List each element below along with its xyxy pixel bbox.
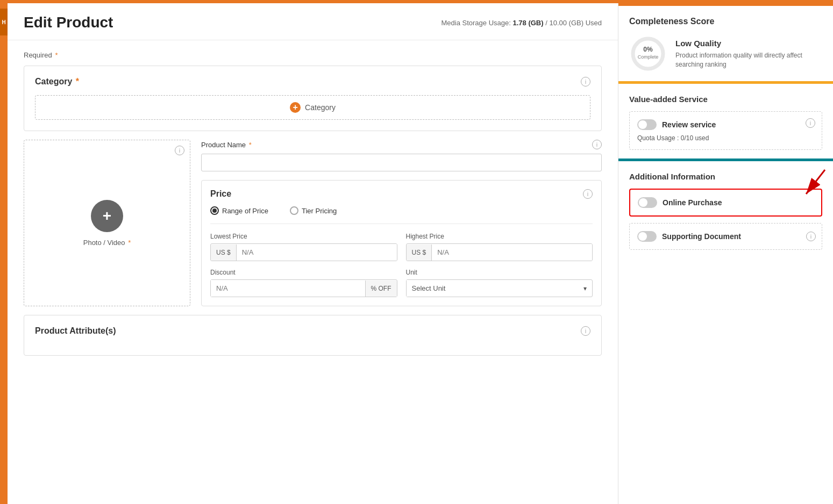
category-btn-label: Category — [305, 103, 336, 112]
product-section: i + Photo / Video * — [24, 140, 602, 306]
tier-pricing-label: Tier Pricing — [302, 207, 337, 215]
supporting-doc-info-icon[interactable]: i — [806, 232, 816, 241]
photo-label: Photo / Video * — [83, 239, 131, 247]
discount-unit-row: Discount % OFF Unit Select — [210, 269, 593, 297]
online-purchase-name: Online Purchase — [663, 198, 722, 207]
highest-currency-prefix: US $ — [407, 244, 432, 261]
category-title: Category * — [35, 77, 79, 87]
product-name-label: Product Name * — [201, 141, 252, 149]
media-storage-label: Media Storage Usage: — [442, 19, 511, 27]
attributes-section-header: Product Attribute(s) i — [35, 326, 590, 336]
svg-text:0%: 0% — [643, 46, 653, 53]
value-added-title: Value-added Service — [629, 95, 822, 104]
discount-input-wrap: % OFF — [210, 279, 397, 297]
completeness-body: 0% Complete Low Quality Product informat… — [629, 35, 822, 73]
additional-title: Additional Information — [629, 172, 822, 181]
lowest-price-label: Lowest Price — [210, 233, 397, 240]
completeness-section: Completeness Score 0% Complete Low Quali… — [618, 6, 833, 81]
media-storage-info: Media Storage Usage: 1.78 (GB) / 10.00 (… — [442, 19, 602, 27]
page-title: Edit Product — [24, 14, 113, 31]
quality-label: Low Quality — [675, 39, 822, 48]
product-attributes-card: Product Attribute(s) i — [24, 315, 602, 356]
tier-pricing-radio[interactable] — [290, 206, 298, 215]
discount-label: Discount — [210, 269, 397, 276]
lowest-price-input[interactable] — [237, 244, 397, 261]
product-details: Product Name * i Price i — [201, 140, 602, 306]
unit-field: Unit Select Unit Piece Box Set Pair — [406, 269, 593, 297]
attributes-title: Product Attribute(s) — [35, 326, 116, 336]
highest-price-input-wrap: US $ — [406, 243, 593, 261]
highest-price-input[interactable] — [432, 244, 592, 261]
completeness-info: Low Quality Product information quality … — [675, 39, 822, 69]
page-header: Edit Product Media Storage Usage: 1.78 (… — [8, 3, 618, 40]
svg-text:Complete: Complete — [638, 54, 659, 60]
plus-icon: + — [290, 102, 301, 113]
online-purchase-toggle[interactable] — [638, 197, 657, 208]
review-service-toggle[interactable] — [637, 119, 657, 130]
quality-desc: Product information quality will directl… — [675, 51, 822, 69]
unit-select[interactable]: Select Unit Piece Box Set Pair — [407, 280, 579, 297]
review-service-item: i Review service Quota Usage : 0/10 used — [629, 111, 822, 150]
range-price-option[interactable]: Range of Price — [210, 206, 268, 215]
lowest-price-field: Lowest Price US $ — [210, 233, 397, 261]
product-name-info-icon[interactable]: i — [592, 140, 602, 149]
price-divider — [210, 224, 593, 224]
tier-pricing-option[interactable]: Tier Pricing — [290, 206, 337, 215]
price-header: Price i — [210, 189, 593, 199]
photo-info-icon[interactable]: i — [175, 146, 184, 155]
price-type-radio-group: Range of Price Tier Pricing — [210, 206, 593, 215]
review-service-row: Review service — [637, 119, 814, 130]
additional-section: Additional Information — [618, 161, 833, 256]
media-storage-suffix: Used — [586, 19, 602, 27]
sidebar-nav-icon[interactable]: H — [0, 9, 8, 35]
lowest-currency-prefix: US $ — [211, 244, 237, 261]
price-info-icon[interactable]: i — [583, 189, 593, 199]
review-service-info-icon[interactable]: i — [806, 118, 815, 128]
required-asterisk: * — [55, 51, 58, 59]
discount-suffix: % OFF — [365, 280, 397, 297]
chevron-down-icon: ▾ — [578, 280, 592, 297]
online-purchase-item: Online Purchase — [629, 189, 822, 217]
add-category-button[interactable]: + Category — [35, 95, 590, 120]
review-service-name: Review service — [662, 120, 716, 129]
sidebar: H — [0, 3, 8, 504]
category-card: Category * i + Category — [24, 66, 602, 131]
product-name-row: Product Name * i — [201, 140, 602, 149]
svg-point-0 — [633, 39, 663, 69]
discount-field: Discount % OFF — [210, 269, 397, 297]
lowest-price-input-wrap: US $ — [210, 243, 397, 261]
category-info-icon[interactable]: i — [581, 77, 590, 87]
media-storage-total: 10.00 (GB) — [549, 19, 583, 27]
price-inputs-row: Lowest Price US $ Highest Price US $ — [210, 233, 593, 261]
attributes-info-icon[interactable]: i — [581, 326, 590, 336]
photo-upload-area[interactable]: i + Photo / Video * — [24, 140, 190, 306]
completeness-title: Completeness Score — [629, 17, 822, 26]
range-price-radio[interactable] — [210, 206, 219, 215]
add-photo-icon: + — [91, 200, 123, 232]
unit-label: Unit — [406, 269, 593, 276]
supporting-doc-name: Supporting Document — [662, 232, 741, 241]
unit-select-wrap: Select Unit Piece Box Set Pair ▾ — [406, 279, 593, 297]
price-title: Price — [210, 189, 231, 199]
discount-input[interactable] — [211, 280, 365, 297]
main-content: Edit Product Media Storage Usage: 1.78 (… — [8, 3, 618, 504]
range-price-label: Range of Price — [222, 207, 268, 215]
media-storage-used: 1.78 (GB) — [512, 19, 543, 27]
highest-price-label: Highest Price — [406, 233, 593, 240]
highest-price-field: Highest Price US $ — [406, 233, 593, 261]
value-added-section: Value-added Service i Review service Quo… — [618, 84, 833, 156]
completeness-circle: 0% Complete — [629, 35, 667, 73]
required-label: Required * — [24, 51, 602, 59]
price-card: Price i Range of Price — [201, 180, 602, 306]
supporting-document-item: i Supporting Document — [629, 223, 822, 250]
product-name-input[interactable] — [201, 154, 602, 171]
supporting-doc-toggle[interactable] — [637, 231, 657, 242]
category-section-header: Category * i — [35, 77, 590, 87]
form-area: Required * Category * i + — [8, 40, 618, 504]
review-service-quota: Quota Usage : 0/10 used — [637, 134, 814, 142]
right-panel: Completeness Score 0% Complete Low Quali… — [618, 3, 833, 504]
